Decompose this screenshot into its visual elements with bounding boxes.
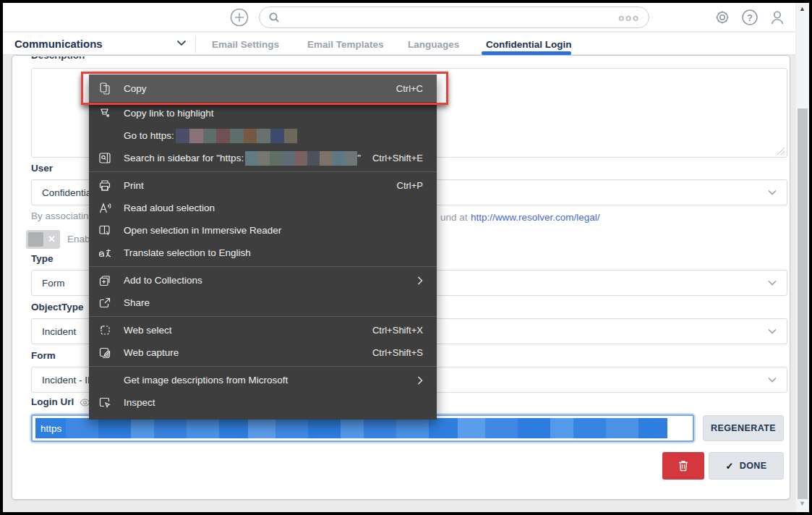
- copy-icon: [98, 82, 112, 95]
- type-label: Type: [31, 253, 54, 264]
- menu-item-web-capture[interactable]: Web capture Ctrl+Shift+S: [89, 341, 437, 364]
- translate-icon: [98, 247, 112, 260]
- context-menu: Copy Ctrl+C Copy link to highlight Go to…: [89, 75, 437, 420]
- submenu-chevron-icon: [417, 276, 423, 285]
- add-icon[interactable]: [230, 8, 249, 27]
- done-button[interactable]: ✓ DONE: [709, 452, 784, 480]
- submenu-chevron-icon: [417, 376, 423, 385]
- toggle-x-icon: ✕: [48, 234, 56, 244]
- tab-email-settings[interactable]: Email Settings: [212, 39, 279, 50]
- nav-divider: [195, 35, 196, 53]
- menu-item-search-in-sidebar[interactable]: Search in sidebar for "https: " Ctrl+Shi…: [89, 147, 437, 169]
- menu-item-web-select[interactable]: Web select Ctrl+Shift+X: [89, 319, 437, 341]
- tab-confidential-login[interactable]: Confidential Login: [486, 39, 571, 50]
- menu-item-read-aloud[interactable]: Read aloud selection: [89, 197, 437, 219]
- search-input[interactable]: [286, 12, 618, 24]
- immersive-reader-icon: [98, 224, 112, 237]
- search-ellipsis: ooo: [618, 12, 640, 23]
- chevron-down-icon: [768, 190, 777, 195]
- svg-text:?: ?: [747, 12, 753, 23]
- menu-separator: [89, 171, 437, 172]
- menu-item-go-to-url[interactable]: Go to https:: [89, 124, 437, 147]
- screenshot-frame: ooo ? Communications Email Settings Emai…: [0, 0, 812, 515]
- menu-item-share[interactable]: Share: [89, 291, 437, 314]
- redacted-url-mosaic: [176, 129, 297, 143]
- resize-grip-icon[interactable]: [777, 148, 785, 155]
- loginurl-label: Login Url: [31, 396, 90, 407]
- read-aloud-icon: [98, 202, 112, 215]
- no-icon: [98, 374, 112, 387]
- association-text-right: und at http://www.resolver.com/legal/: [440, 210, 600, 224]
- menu-item-image-descriptions[interactable]: Get image descriptions from Microsoft: [89, 369, 437, 391]
- delete-button[interactable]: [662, 452, 704, 480]
- search-icon: [268, 12, 280, 23]
- no-icon: [98, 129, 112, 142]
- check-icon: ✓: [725, 461, 733, 472]
- regenerate-button[interactable]: REGENERATE: [703, 415, 784, 441]
- web-select-icon: [98, 324, 112, 337]
- redacted-url-mosaic: [66, 418, 667, 438]
- menu-item-immersive-reader[interactable]: Open selection in Immersive Reader: [89, 219, 437, 242]
- printer-icon: [98, 179, 112, 192]
- menu-item-translate[interactable]: Translate selection to English: [89, 242, 437, 264]
- user-label: User: [31, 163, 53, 174]
- share-icon: [98, 297, 112, 310]
- menu-item-print[interactable]: Print Ctrl+P: [89, 174, 437, 197]
- collections-icon: [98, 274, 112, 287]
- module-nav-bar: [3, 33, 795, 55]
- scrollbar-thumb[interactable]: [798, 108, 808, 499]
- chevron-down-icon: [768, 328, 777, 334]
- menu-separator: [89, 366, 437, 367]
- module-selector[interactable]: Communications: [14, 38, 103, 50]
- chevron-down-icon: [176, 40, 187, 46]
- objecttype-label: ObjectType: [31, 302, 84, 312]
- menu-separator: [89, 316, 437, 317]
- chevron-down-icon: [768, 377, 777, 383]
- help-icon[interactable]: ?: [741, 9, 758, 26]
- redacted-url-mosaic: [245, 151, 357, 166]
- menu-separator: [89, 266, 437, 267]
- scroll-down-icon[interactable]: ▼: [799, 501, 806, 506]
- web-capture-icon: [98, 346, 112, 359]
- menu-item-copy[interactable]: Copy Ctrl+C: [89, 75, 437, 102]
- tab-email-templates[interactable]: Email Templates: [307, 39, 384, 50]
- top-bar: ooo ?: [3, 3, 795, 32]
- trash-icon: [678, 460, 688, 472]
- enable-toggle[interactable]: ✕: [26, 230, 60, 249]
- loginurl-selection: https: [35, 418, 667, 438]
- highlighter-icon: [98, 107, 112, 120]
- legal-link[interactable]: http://www.resolver.com/legal/: [471, 212, 600, 223]
- scroll-up-icon[interactable]: ▲: [799, 6, 806, 12]
- search-bar[interactable]: ooo: [259, 7, 649, 28]
- tab-languages[interactable]: Languages: [408, 39, 459, 50]
- menu-item-add-to-collections[interactable]: Add to Collections: [89, 269, 437, 291]
- user-icon[interactable]: [769, 9, 786, 26]
- menu-item-inspect[interactable]: Inspect: [89, 391, 437, 414]
- form-label: Form: [31, 350, 56, 361]
- menu-item-copy-link-to-highlight[interactable]: Copy link to highlight: [89, 102, 437, 124]
- toggle-knob: [28, 232, 43, 247]
- search-sidebar-icon: [98, 152, 112, 165]
- description-label: Description: [31, 56, 85, 63]
- loginurl-selected-text: https: [35, 423, 61, 434]
- chevron-down-icon: [768, 280, 777, 286]
- gear-icon[interactable]: [714, 9, 731, 26]
- inspect-icon: [98, 396, 112, 409]
